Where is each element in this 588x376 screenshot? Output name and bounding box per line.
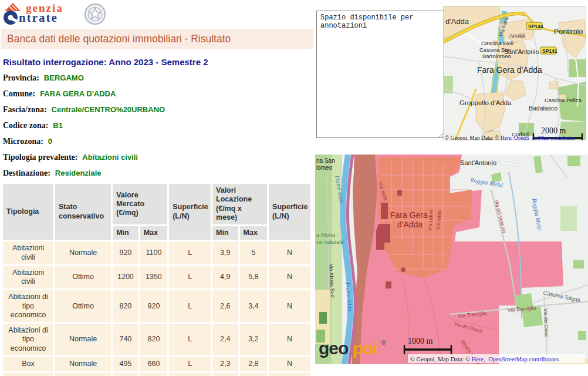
cell-stato: Ottimo [55, 290, 111, 322]
col-header-superficie-2: Superficie (L/N) [269, 184, 310, 240]
field-microzona: Microzona: 0 [3, 136, 313, 146]
table-row: Ville e Villini Normale 1350 1650 L 5,5 … [3, 372, 310, 376]
zone-map-canvas[interactable]: na San lomeo Fiume Adda Fiume Adda a Mor… [315, 155, 588, 364]
cell-superficie: L [169, 241, 211, 264]
cell-tipologia: Abitazioni di tipo economico [3, 324, 53, 355]
cell-superficie: N [269, 241, 310, 264]
left-column: genzia ntrate Banca dati delle quotazion… [1, 2, 313, 376]
col-header-superficie-1: Superficie (L/N) [169, 184, 211, 240]
map-label-pontirolo: Pontirolo [554, 28, 583, 36]
cell-min: 2,3 [212, 357, 238, 371]
field-comune: Comune: FARA GERA D'ADDA [3, 89, 313, 99]
map-label-via-dossi-2: Via dei Dossi [543, 308, 550, 338]
cell-max: 660 [140, 357, 168, 371]
map-label-morta-1: a Morta - [316, 231, 339, 238]
cell-superficie: L [169, 357, 211, 371]
cell-max: 5,8 [240, 266, 268, 289]
field-codice-zona: Codice zona: B1 [3, 120, 313, 130]
cell-superficie: L [169, 324, 211, 355]
cell-max: 6,7 [240, 372, 268, 376]
svg-text:SP141: SP141 [542, 48, 557, 54]
map-label-dadda: d'Adda [445, 17, 469, 26]
cell-min: 3,9 [212, 241, 238, 264]
map-label-fara-gera: Fara Gera d'Adda [477, 65, 542, 75]
page-title: Banca dati delle quotazioni immobiliari … [1, 29, 313, 49]
field-value: Abitazioni civili [80, 153, 138, 162]
map-label-fara-gera-2: d'Adda [397, 220, 423, 229]
overview-map[interactable]: d'Adda Via Fara Airoldi Pontirolo Cascin… [443, 6, 586, 140]
field-label: Tipologia prevalente: [3, 153, 77, 162]
cell-min: 2,6 [212, 290, 238, 322]
cell-superficie: L [169, 266, 211, 289]
agenzia-entrate-monogram-icon [3, 2, 21, 26]
map-label-morta-2: va naturale [316, 239, 344, 245]
road-badge-sp144: SP144 [526, 22, 543, 29]
cell-stato: Normale [55, 324, 111, 355]
svg-text:1000 m: 1000 m [408, 337, 433, 345]
col-header-min-1: Min [113, 226, 138, 240]
col-header-min-2: Min [212, 226, 238, 240]
map-label-badalasco: Badalasco [529, 105, 557, 112]
cell-superficie: N [269, 290, 310, 322]
cell-tipologia: Abitazioni civili [3, 241, 53, 264]
cell-stato: Normale [55, 372, 111, 376]
cell-min: 495 [113, 357, 138, 371]
table-row: Abitazioni di tipo economico Ottimo 820 … [3, 290, 310, 322]
col-header-max-1: Max [140, 226, 168, 240]
italy-emblem-icon [84, 3, 106, 25]
attribution-link[interactable]: OpenStreetMap contributors [488, 356, 559, 362]
map-label-cascina-san-part2: lomeo [316, 164, 333, 171]
cell-min: 4,9 [212, 266, 238, 289]
attribution-link[interactable]: eetMap contributor [532, 135, 576, 140]
field-label: Microzona: [3, 137, 43, 146]
field-fascia-zona: Fascia/zona: Centrale/CENTRO%20URBANO [3, 105, 313, 115]
annotations-textarea[interactable]: Spazio disponibile per annotazioni [316, 11, 445, 138]
svg-text:SP144: SP144 [528, 24, 543, 29]
quotations-table: Tipologia Stato conservativo Valore Merc… [1, 182, 312, 376]
table-row: Box Normale 495 660 L 2,3 2,8 N [3, 357, 310, 371]
map-attribution: © Geopoi, Map Data: © Here, OpenS eetMap… [445, 135, 576, 140]
cell-min: 1350 [113, 372, 138, 376]
cell-max: 820 [140, 324, 168, 355]
field-label: Destinazione: [3, 169, 50, 177]
cell-max: 920 [140, 290, 168, 322]
overview-map-canvas[interactable]: d'Adda Via Fara Airoldi Pontirolo Cascin… [444, 6, 586, 140]
cell-max: 3,4 [240, 290, 268, 322]
map-label-groppello: Groppello d'Adda [459, 99, 512, 106]
field-destinazione: Destinazione: Residenziale [3, 168, 313, 178]
zone-map[interactable]: na San lomeo Fiume Adda Fiume Adda a Mor… [315, 155, 588, 364]
col-header-valore-mercato: Valore Mercato (€/mq) [113, 184, 167, 224]
road-badge-sp141: SP141 [540, 47, 557, 54]
field-value: 0 [46, 137, 52, 146]
cell-min: 740 [113, 324, 138, 355]
cell-superficie: L [169, 372, 211, 376]
logo-text-ntrate: ntrate [19, 12, 63, 24]
map-label-cascina-sioli: Cascina Sioli [481, 40, 513, 46]
field-label: Provincia: [3, 73, 39, 82]
field-label: Codice zona: [3, 121, 48, 130]
col-header-tipologia: Tipologia [3, 184, 53, 240]
col-header-max-2: Max [240, 226, 268, 240]
cell-min: 2,4 [212, 324, 238, 355]
cell-stato: Ottimo [55, 266, 111, 289]
cell-superficie: N [269, 357, 310, 371]
field-label: Fascia/zona: [3, 105, 47, 114]
cell-tipologia: Abitazioni di tipo economico [3, 290, 53, 322]
cell-superficie: L [169, 290, 211, 322]
map-attribution: © Geopoi, Map Data: © Here, OpenStreetMa… [410, 356, 559, 362]
table-row: Abitazioni civili Normale 920 1100 L 3,9… [3, 241, 310, 264]
cell-max: 1650 [140, 372, 168, 376]
map-label-fara-gera-1: Fara Gera [390, 210, 428, 220]
attribution-link[interactable]: Here, OpenS [501, 135, 529, 140]
field-value: Residenziale [53, 169, 102, 177]
attribution-link[interactable]: Here, [472, 356, 485, 362]
map-label-cascina-peliza: Cascina Peliza [545, 97, 582, 103]
field-tipologia-prevalente: Tipologia prevalente: Abitazioni civili [3, 152, 313, 162]
map-label-cascina-san-part1: na San [316, 157, 335, 164]
geopoi-logo: geo poi ® [319, 338, 386, 358]
query-result-heading: Risultato interrogazione: Anno 2023 - Se… [3, 57, 313, 67]
cell-min: 5,5 [212, 372, 238, 376]
field-value: BERGAMO [42, 73, 84, 82]
cell-stato: Normale [55, 357, 111, 371]
cell-max: 1100 [140, 241, 168, 264]
